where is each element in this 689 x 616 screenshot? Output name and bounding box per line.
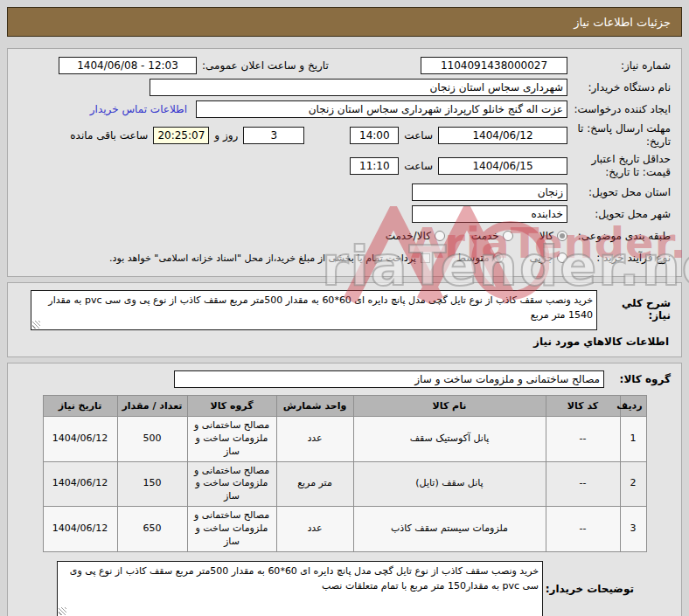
radio-service-icon[interactable] — [503, 231, 513, 241]
row-purchase-type: نوع فرآیند خرید : جزیی متوسط پرداخت تمام… — [18, 249, 671, 266]
radio-option-minor[interactable]: جزیی — [530, 252, 567, 264]
goods-table-header-row: ردیف کد کالا نام کالا واحد شمارش گروه کا… — [43, 396, 646, 417]
buyer-org-field[interactable]: شهرداری سجاس استان زنجان — [150, 79, 567, 96]
public-announce-field[interactable]: 1404/06/08 - 12:03 — [59, 57, 197, 74]
treasury-option[interactable]: پرداخت تمام یا بخشی از مبلغ خرید،از محل … — [109, 253, 430, 264]
reply-deadline-hour-label: ساعت — [404, 129, 433, 142]
cell-quantity: 150 — [117, 461, 187, 507]
cell-row-number: 1 — [620, 417, 646, 462]
cell-group: مصالح ساختمانی و ملزومات ساخت و ساز — [187, 417, 276, 462]
need-desc-label: شرح کلي نیاز: — [597, 290, 671, 322]
cell-quantity: 650 — [117, 507, 187, 552]
col-group: گروه کالا — [187, 396, 276, 417]
radio-goods-icon[interactable] — [557, 231, 567, 241]
buyer-notes-textarea[interactable]: خرید ونصب سقف کاذب از نوع تایل گچی مدل پ… — [57, 561, 543, 616]
need-number-label: شماره نیاز: — [567, 59, 671, 73]
price-validity-label: حداقل تاریخ اعتبار قیمت: تا تاریخ: — [567, 153, 671, 179]
treasury-note: پرداخت تمام یا بخشی از مبلغ خرید،از محل … — [109, 253, 416, 264]
row-price-validity: حداقل تاریخ اعتبار قیمت: تا تاریخ: 1404/… — [18, 153, 671, 179]
cell-unit: عدد — [276, 417, 353, 462]
radio-medium-icon[interactable] — [493, 253, 504, 263]
buyer-notes-wrap: خرید ونصب سقف کاذب از نوع تایل گچی مدل پ… — [57, 561, 543, 616]
col-row-number: ردیف — [620, 396, 646, 417]
goods-table: ردیف کد کالا نام کالا واحد شمارش گروه کا… — [43, 395, 647, 552]
radio-service-label: خدمت — [471, 230, 499, 242]
row-need-desc: شرح کلي نیاز: خرید ونصب سقف کاذب از نوع … — [18, 290, 671, 330]
row-city: شهر محل تحویل: خدابنده — [18, 205, 671, 223]
need-number-field[interactable]: 1104091438000027 — [421, 57, 567, 74]
row-subject-class: طبقه بندی موضوعی: کالا خدمت کالا/خدمت — [18, 227, 671, 245]
remaining-time-label: ساعت باقی مانده — [70, 129, 148, 142]
request-creator-label: ایجاد کننده درخواست: — [567, 103, 671, 116]
radio-minor-label: جزیی — [530, 252, 553, 264]
row-goods-group: گروه کالا: مصالح ساختمانی و ملزومات ساخت… — [18, 370, 671, 388]
radio-option-goods[interactable]: کالا — [539, 230, 567, 242]
need-desc-wrap: خرید ونصب سقف کاذب از نوع تایل گچی مدل پ… — [31, 290, 597, 330]
need-desc-textarea[interactable]: خرید ونصب سقف کاذب از نوع تایل گچی مدل پ… — [31, 290, 597, 330]
city-label: شهر محل تحویل: — [567, 208, 671, 221]
cell-item-code: -- — [546, 507, 620, 552]
row-buyer-notes: توضیحات خریدار: خرید ونصب سقف کاذب از نو… — [18, 561, 671, 616]
cell-row-number: 2 — [620, 461, 646, 507]
need-info-panel: شماره نیاز: 1104091438000027 تاریخ و ساع… — [7, 48, 682, 277]
treasury-checkbox[interactable] — [421, 253, 430, 263]
goods-panel: گروه کالا: مصالح ساختمانی و ملزومات ساخت… — [7, 363, 682, 616]
row-buyer-org: نام دستگاه خریدار: شهرداری سجاس استان زن… — [18, 79, 671, 96]
province-field[interactable]: زنجان — [412, 183, 567, 201]
buyer-contact-link[interactable]: اطلاعات تماس خریدار — [90, 103, 187, 115]
need-desc-panel: شرح کلي نیاز: خرید ونصب سقف کاذب از نوع … — [7, 282, 682, 357]
remaining-days-label: روز و — [214, 129, 238, 142]
row-request-creator: ایجاد کننده درخواست: عزت اله گنج خانلو ک… — [18, 100, 671, 118]
city-field[interactable]: خدابنده — [412, 205, 567, 223]
table-row: 3 -- ملزومات سیستم سقف کاذب عدد مصالح سا… — [43, 507, 646, 552]
price-validity-time-field[interactable]: 11:10 — [350, 157, 399, 175]
col-need-date: تاریخ نیاز — [43, 396, 117, 417]
col-item-name: نام کالا — [353, 396, 546, 417]
row-province: استان محل تحویل: زنجان — [18, 183, 671, 201]
col-quantity: تعداد / مقدار — [117, 396, 187, 417]
goods-group-label: گروه کالا: — [604, 373, 671, 385]
radio-minor-icon[interactable] — [557, 253, 567, 263]
need-details-page: جزئیات اطلاعات نیاز شماره نیاز: 11040914… — [0, 0, 689, 616]
radio-medium-label: متوسط — [456, 252, 490, 264]
radio-goods-label: کالا — [539, 230, 553, 242]
cell-need-date: 1404/06/12 — [43, 507, 117, 552]
radio-option-medium[interactable]: متوسط — [456, 252, 504, 264]
province-label: استان محل تحویل: — [567, 186, 671, 199]
cell-need-date: 1404/06/12 — [43, 461, 117, 507]
goods-section-heading: اطلاعات کالاهاي مورد نیاز — [18, 336, 669, 348]
cell-row-number: 3 — [620, 507, 646, 552]
radio-option-service[interactable]: خدمت — [471, 230, 513, 242]
buyer-notes-label: توضیحات خریدار: — [543, 583, 634, 595]
table-row: 2 -- پانل سقف (تایل) متر مربع مصالح ساخت… — [43, 461, 646, 507]
reply-deadline-label: مهلت ارسال پاسخ: تا تاریخ: — [567, 122, 671, 149]
cell-item-name: پانل آکوستیک سقف — [353, 417, 546, 462]
remaining-time-field: 20:25:07 — [153, 127, 209, 144]
radio-goods-service-label: کالا/خدمت — [386, 230, 431, 242]
purchase-type-label: نوع فرآیند خرید : — [567, 252, 671, 265]
public-announce-label: تاریخ و ساعت اعلان عمومی: — [202, 59, 329, 72]
cell-quantity: 500 — [117, 417, 187, 462]
request-creator-field[interactable]: عزت اله گنج خانلو کارپرداز شهرداری سجاس … — [196, 100, 567, 118]
cell-need-date: 1404/06/12 — [43, 417, 117, 462]
col-item-code: کد کالا — [546, 396, 620, 417]
page-title: جزئیات اطلاعات نیاز — [7, 7, 682, 37]
subject-class-label: طبقه بندی موضوعی: — [567, 230, 671, 243]
reply-deadline-time-field[interactable]: 14:00 — [350, 127, 399, 144]
buyer-org-label: نام دستگاه خریدار: — [567, 81, 671, 94]
cell-group: مصالح ساختمانی و ملزومات ساخت و ساز — [187, 507, 276, 552]
price-validity-date-field[interactable]: 1404/06/15 — [438, 157, 567, 175]
cell-unit: متر مربع — [276, 461, 353, 507]
reply-deadline-date-field[interactable]: 1404/06/12 — [438, 127, 567, 144]
col-unit: واحد شمارش — [276, 396, 353, 417]
price-validity-hour-label: ساعت — [404, 160, 433, 172]
radio-option-goods-service[interactable]: کالا/خدمت — [386, 230, 445, 242]
cell-unit: عدد — [276, 507, 353, 552]
goods-group-field[interactable]: مصالح ساختمانی و ملزومات ساخت و ساز — [174, 370, 604, 388]
radio-goods-service-icon[interactable] — [435, 231, 445, 241]
cell-item-code: -- — [546, 461, 620, 507]
row-need-number: شماره نیاز: 1104091438000027 تاریخ و ساع… — [18, 57, 671, 74]
cell-group: مصالح ساختمانی و ملزومات ساخت و ساز — [187, 461, 276, 507]
table-row: 1 -- پانل آکوستیک سقف عدد مصالح ساختمانی… — [43, 417, 646, 462]
cell-item-code: -- — [546, 417, 620, 462]
